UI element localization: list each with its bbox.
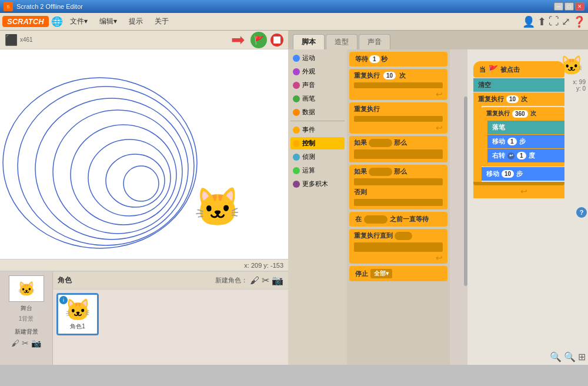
block-stop[interactable]: 停止 全部▾	[349, 266, 447, 281]
menu-file[interactable]: 文件▾	[65, 14, 92, 29]
help-button[interactable]: ?	[576, 207, 587, 218]
cat-sprite: 🐱	[194, 185, 241, 229]
sb-move-1-block[interactable]: 移动 1 步	[487, 135, 564, 148]
category-data[interactable]: 数据	[290, 106, 345, 118]
sprites-header: 角色 新建角色： 🖌 ✂ 📷	[53, 272, 288, 290]
sprite-item[interactable]: i 🐱 角色1	[56, 293, 99, 335]
stage-panel: 🐱 舞台 1背景 新建背景 🖌 ✂ 📷	[0, 272, 53, 365]
sb-turn-1-block[interactable]: 右转 ↩ 1 度	[487, 149, 564, 162]
control-dot	[293, 140, 300, 147]
category-operators[interactable]: 运算	[290, 164, 345, 177]
category-more-label: 更多积木	[302, 179, 328, 188]
blocks-area: 运动 外观 声音 画笔 数据	[288, 49, 588, 365]
script-bottom-icons: 🔍 🔍 ⊞	[550, 351, 586, 362]
new-sprite-camera-icon[interactable]: 📷	[272, 275, 283, 286]
pen-dot	[293, 95, 300, 102]
new-bg-camera-icon[interactable]: 📷	[31, 338, 41, 348]
maximize-button[interactable]: □	[564, 2, 574, 11]
category-control[interactable]: 控制	[290, 137, 345, 149]
title-bar: S Scratch 2 Offline Editor ─ □ ✕	[0, 0, 588, 13]
operators-dot	[293, 167, 300, 174]
minimize-button[interactable]: ─	[554, 2, 563, 11]
stop-button[interactable]	[270, 34, 283, 46]
new-bg-label: 新建背景	[15, 328, 38, 336]
tab-costume[interactable]: 造型	[326, 34, 358, 49]
menu-bar: SCRATCH 🌐 文件▾ 编辑▾ 提示 关于 👤 ⬆ ⛶ ⤢ ❓	[0, 13, 588, 31]
category-sound[interactable]: 声音	[290, 79, 345, 91]
zoom-fit-icon[interactable]: ⊞	[578, 351, 586, 362]
sprites-panel-label: 角色	[58, 275, 72, 285]
block-wait-until[interactable]: 在 之前一直等待	[349, 212, 447, 227]
new-bg-edit-icon[interactable]: ✂	[22, 338, 29, 348]
sprite-thumbnail: 🐱	[65, 298, 91, 322]
toolbar-fullscreen[interactable]: ⛶	[549, 15, 559, 28]
category-more[interactable]: 更多积木	[290, 178, 345, 190]
stage-canvas: 🐱	[0, 49, 288, 259]
toolbar-help[interactable]: ❓	[573, 15, 586, 28]
menu-edit[interactable]: 编辑▾	[95, 14, 122, 29]
script-coords: x: 99 y: 0	[573, 79, 586, 92]
block-repeat-forever[interactable]: 重复执行 ↩	[349, 102, 447, 134]
toolbar-upload2[interactable]: ⬆	[537, 15, 546, 28]
menu-tips[interactable]: 提示	[124, 14, 148, 29]
close-button[interactable]: ✕	[575, 2, 584, 11]
zoom-out-icon[interactable]: 🔍	[564, 351, 576, 362]
new-sprite-edit-icon[interactable]: ✂	[262, 275, 269, 286]
sb-clear-block[interactable]: 清空	[473, 78, 564, 92]
tab-script[interactable]: 脚本	[293, 34, 325, 49]
motion-dot	[293, 55, 300, 62]
block-repeat-10[interactable]: 重复执行 10 次 ↩	[349, 69, 447, 100]
toolbar-upload[interactable]: 👤	[522, 15, 535, 28]
sprites-list: 角色 新建角色： 🖌 ✂ 📷 i 🐱 角色1	[53, 272, 288, 365]
data-dot	[293, 109, 300, 116]
stage-label: 舞台	[21, 304, 32, 312]
new-sprite-paint-icon[interactable]: 🖌	[250, 275, 259, 286]
new-bg-paint-icon[interactable]: 🖌	[11, 338, 19, 348]
script-blocks-stack: 当 🚩 被点击 清空 重复执行 10 次	[473, 61, 564, 198]
category-pen[interactable]: 画笔	[290, 92, 345, 105]
stage-coord-label: x461	[20, 36, 33, 43]
sb-move-10-block[interactable]: 移动 10 步	[482, 167, 564, 181]
stage-view-button[interactable]: ⬛	[5, 34, 18, 46]
window-title: Scratch 2 Offline Editor	[16, 3, 83, 10]
category-operators-label: 运算	[302, 166, 315, 175]
category-pen-label: 画笔	[302, 94, 315, 103]
app-icon: S	[4, 2, 13, 11]
category-divider	[290, 121, 345, 121]
sb-hat-block[interactable]: 当 🚩 被点击	[473, 61, 564, 78]
toolbar-fullscreen2[interactable]: ⤢	[562, 15, 570, 28]
looks-dot	[293, 68, 300, 75]
category-motion[interactable]: 运动	[290, 52, 345, 64]
sprites-grid: i 🐱 角色1	[53, 290, 288, 365]
sound-dot	[293, 82, 300, 89]
category-looks[interactable]: 外观	[290, 65, 345, 78]
category-sound-label: 声音	[302, 81, 315, 89]
sprite-name: 角色1	[70, 322, 85, 331]
block-if-then[interactable]: 如果 那么	[349, 136, 447, 162]
block-repeat-until[interactable]: 重复执行直到 ↩	[349, 229, 447, 264]
svg-point-5	[35, 98, 188, 239]
green-flag-button[interactable]: 🚩	[250, 32, 267, 48]
more-dot	[293, 181, 300, 188]
category-data-label: 数据	[302, 108, 315, 117]
sb-pen-down-block[interactable]: 落笔	[487, 121, 564, 134]
sprites-panel: 🐱 舞台 1背景 新建背景 🖌 ✂ 📷 角色 新建角色： 🖌	[0, 271, 288, 365]
sprite-info-badge[interactable]: i	[59, 296, 68, 304]
category-sensing[interactable]: 侦测	[290, 151, 345, 163]
menu-about[interactable]: 关于	[150, 14, 173, 29]
block-wait[interactable]: 等待 1 秒	[349, 52, 447, 66]
sensing-dot	[293, 154, 300, 161]
svg-point-1	[106, 154, 165, 207]
block-if-else[interactable]: 如果 那么 否则	[349, 165, 447, 209]
category-panel: 运动 外观 声音 画笔 数据	[288, 49, 347, 365]
zoom-in-icon[interactable]: 🔍	[550, 351, 562, 362]
stage-thumbnail[interactable]: 🐱	[9, 275, 44, 302]
globe-icon[interactable]: 🌐	[51, 16, 63, 27]
sb-repeat-10-block[interactable]: 重复执行 10 次 重复执行 360 次 落笔	[473, 92, 564, 198]
category-events-label: 事件	[302, 125, 315, 134]
events-dot	[293, 127, 300, 134]
sb-repeat-360-block[interactable]: 重复执行 360 次 落笔 移动 1 步 右转 ↩ 1 度	[482, 107, 564, 167]
category-events[interactable]: 事件	[290, 124, 345, 136]
panel-tabs: 脚本 造型 声音	[288, 31, 588, 49]
tab-sound[interactable]: 声音	[359, 34, 390, 49]
